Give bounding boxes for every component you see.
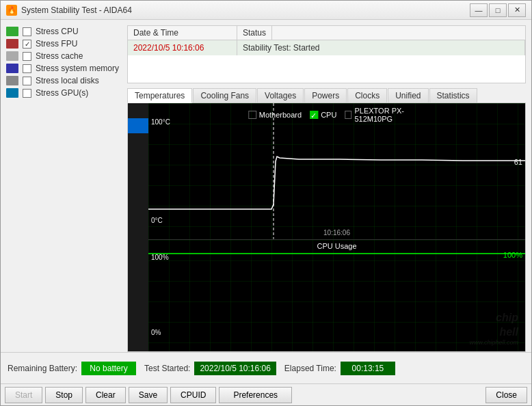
- temp-y-bot: 0°C: [151, 217, 163, 224]
- tab-powers[interactable]: Powers: [304, 88, 347, 103]
- temp-value: 61: [514, 158, 522, 166]
- stress-cpu-label: Stress CPU: [36, 27, 79, 36]
- info-table: Date & Time Status 2022/10/5 10:16:06 St…: [127, 25, 526, 83]
- test-value: 2022/10/5 10:16:06: [194, 362, 276, 375]
- stress-memory-icon: [6, 64, 18, 73]
- info-row: 2022/10/5 10:16:06 Stability Test: Start…: [128, 40, 525, 55]
- minimize-button[interactable]: —: [470, 3, 488, 17]
- main-content: Stress CPU Stress FPU Stress cache Stres…: [1, 20, 531, 352]
- legend-plextor-label: PLEXTOR PX-512M10PG: [354, 107, 425, 123]
- stress-memory-label: Stress system memory: [36, 64, 119, 73]
- stress-gpu-icon: [6, 88, 18, 98]
- cpu-y-top: 100%: [151, 254, 169, 261]
- legend-plextor-box: [345, 111, 351, 119]
- elapsed-label: Elapsed Time:: [284, 364, 336, 373]
- charts-area: Motherboard ✓ CPU PLEXTOR PX-512M10PG: [148, 103, 525, 351]
- maximize-button[interactable]: □: [489, 3, 507, 17]
- stress-cpu-item[interactable]: Stress CPU: [6, 25, 122, 38]
- status-bar: Remaining Battery: No battery Test Start…: [1, 352, 531, 383]
- legend-motherboard-box: [248, 111, 256, 119]
- elapsed-value: 00:13:15: [341, 362, 395, 375]
- main-window: 🔥 System Stability Test - AIDA64 — □ ✕ S…: [0, 0, 532, 406]
- temp-chart: Motherboard ✓ CPU PLEXTOR PX-512M10PG: [148, 103, 525, 240]
- temp-chart-legend: Motherboard ✓ CPU PLEXTOR PX-512M10PG: [243, 105, 431, 125]
- bottom-bar: Start Stop Clear Save CPUID Preferences …: [1, 383, 531, 405]
- title-bar-left: 🔥 System Stability Test - AIDA64: [6, 5, 132, 16]
- stress-cache-item[interactable]: Stress cache: [6, 50, 122, 62]
- tab-clocks[interactable]: Clocks: [347, 88, 387, 103]
- right-panel: Date & Time Status 2022/10/5 10:16:06 St…: [127, 20, 531, 352]
- title-bar-controls: — □ ✕: [470, 3, 526, 17]
- save-button[interactable]: Save: [129, 387, 168, 403]
- title-bar: 🔥 System Stability Test - AIDA64 — □ ✕: [1, 1, 531, 20]
- temp-x-label: 10:16:06: [323, 229, 350, 236]
- test-started-status: Test Started: 2022/10/5 10:16:06: [144, 362, 276, 375]
- tab-unified[interactable]: Unified: [388, 88, 428, 103]
- clear-button[interactable]: Clear: [85, 387, 126, 403]
- test-label: Test Started:: [144, 364, 190, 373]
- legend-cpu: ✓ CPU: [310, 111, 336, 119]
- window-title: System Stability Test - AIDA64: [21, 5, 132, 15]
- stress-cpu-checkbox[interactable]: [23, 27, 31, 36]
- close-window-button[interactable]: ✕: [508, 3, 526, 17]
- stress-disk-checkbox[interactable]: [23, 77, 31, 85]
- main-area: Temperatures Cooling Fans Voltages Power…: [127, 83, 526, 352]
- watermark: chiphell www.chiphell.com: [469, 311, 518, 347]
- stress-fpu-checkbox[interactable]: [23, 40, 31, 49]
- chart-sidebar: [128, 103, 148, 351]
- sidebar-indicator: [128, 118, 148, 133]
- legend-motherboard-label: Motherboard: [259, 111, 302, 119]
- cpu-y-bot: 0%: [151, 329, 161, 336]
- stress-disk-label: Stress local disks: [36, 76, 99, 85]
- legend-cpu-label: CPU: [321, 111, 336, 119]
- temp-y-top: 100°C: [151, 118, 170, 126]
- stress-gpu-label: Stress GPU(s): [36, 88, 88, 98]
- stress-disk-item[interactable]: Stress local disks: [6, 75, 122, 87]
- watermark-logo: chiphell: [469, 311, 518, 340]
- stress-cache-label: Stress cache: [36, 51, 83, 61]
- col-datetime-header: Date & Time: [128, 26, 237, 40]
- cpu-value-right: 100%: [503, 251, 522, 259]
- stress-fpu-item[interactable]: Stress FPU: [6, 38, 122, 50]
- stress-memory-checkbox[interactable]: [23, 64, 31, 73]
- tab-content: Motherboard ✓ CPU PLEXTOR PX-512M10PG: [127, 103, 526, 352]
- cpu-usage-chart: CPU Usage 100% 0% 100% chiphell www.chip…: [148, 240, 525, 351]
- legend-motherboard: Motherboard: [248, 111, 302, 119]
- preferences-button[interactable]: Preferences: [219, 387, 292, 403]
- info-table-header: Date & Time Status: [128, 26, 525, 40]
- tab-cooling-fans[interactable]: Cooling Fans: [193, 88, 256, 103]
- stress-cache-icon: [6, 51, 18, 61]
- svg-rect-1: [148, 240, 525, 351]
- battery-status: Remaining Battery: No battery: [8, 362, 136, 375]
- stress-options-panel: Stress CPU Stress FPU Stress cache Stres…: [1, 20, 127, 352]
- start-button[interactable]: Start: [5, 387, 42, 403]
- battery-label: Remaining Battery:: [8, 364, 77, 373]
- battery-value: No battery: [81, 362, 136, 375]
- col-status-header: Status: [237, 26, 272, 40]
- elapsed-status: Elapsed Time: 00:13:15: [284, 362, 395, 375]
- legend-cpu-box: ✓: [310, 111, 318, 119]
- app-icon: 🔥: [6, 5, 17, 16]
- cpu-chart-grid: [148, 240, 525, 351]
- stop-button[interactable]: Stop: [45, 387, 83, 403]
- stress-fpu-icon: [6, 39, 18, 49]
- stress-cache-checkbox[interactable]: [23, 52, 31, 61]
- cpuid-button[interactable]: CPUID: [170, 387, 216, 403]
- chart-container: Motherboard ✓ CPU PLEXTOR PX-512M10PG: [128, 103, 525, 351]
- stress-disk-icon: [6, 76, 18, 85]
- close-button[interactable]: Close: [486, 387, 527, 403]
- datetime-value: 2022/10/5 10:16:06: [128, 40, 237, 55]
- tab-voltages[interactable]: Voltages: [257, 88, 304, 103]
- tab-statistics[interactable]: Statistics: [429, 88, 477, 103]
- stress-cpu-icon: [6, 27, 18, 36]
- tab-temperatures[interactable]: Temperatures: [127, 88, 192, 103]
- watermark-url: www.chiphell.com: [469, 339, 518, 347]
- stress-gpu-item[interactable]: Stress GPU(s): [6, 87, 122, 99]
- legend-plextor: PLEXTOR PX-512M10PG: [345, 107, 425, 123]
- stress-gpu-checkbox[interactable]: [23, 89, 31, 98]
- stress-fpu-label: Stress FPU: [36, 39, 77, 49]
- status-value: Stability Test: Started: [237, 40, 525, 55]
- cpu-chart-title: CPU Usage: [317, 242, 356, 250]
- stress-memory-item[interactable]: Stress system memory: [6, 62, 122, 75]
- tabs-row: Temperatures Cooling Fans Voltages Power…: [127, 83, 526, 103]
